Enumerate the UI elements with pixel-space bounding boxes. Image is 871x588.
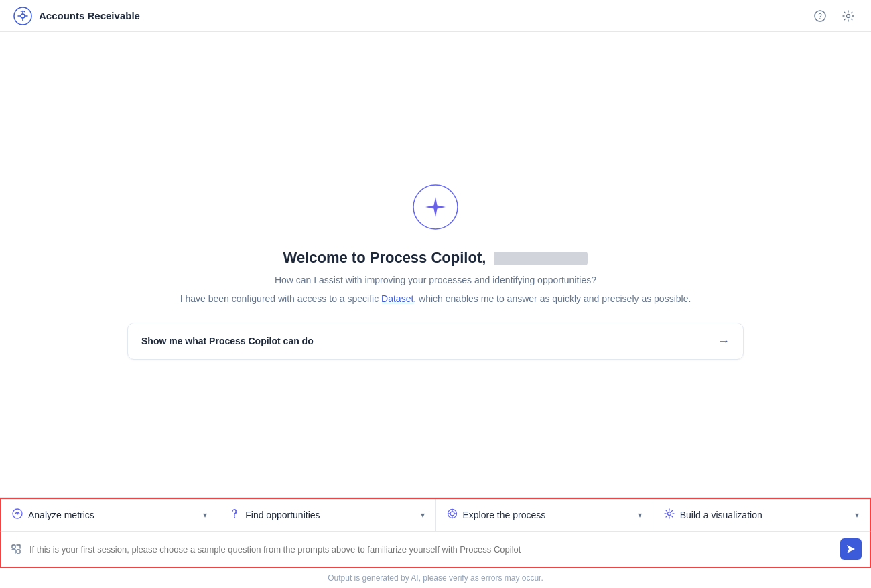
explore-process-chevron: ▾ bbox=[638, 510, 642, 520]
svg-rect-12 bbox=[12, 545, 15, 548]
arrow-right-icon: → bbox=[718, 334, 730, 348]
svg-point-8 bbox=[234, 517, 235, 518]
input-bar bbox=[0, 531, 871, 568]
footer-text: Output is generated by AI, please verify… bbox=[0, 568, 871, 588]
help-icon: ? bbox=[814, 10, 826, 22]
svg-point-11 bbox=[667, 512, 671, 516]
copilot-icon-wrapper bbox=[412, 183, 459, 233]
expand-button[interactable] bbox=[9, 542, 23, 556]
analyze-metrics-label: Analyze metrics bbox=[28, 510, 94, 520]
build-visualization-label: Build a visualization bbox=[680, 510, 762, 520]
welcome-title: Welcome to Process Copilot, bbox=[283, 249, 588, 267]
find-opportunities-icon bbox=[229, 508, 240, 522]
dropdown-build-visualization[interactable]: Build a visualization ▾ bbox=[653, 499, 870, 531]
help-button[interactable]: ? bbox=[811, 7, 829, 25]
dropdown-analyze-metrics[interactable]: Analyze metrics ▾ bbox=[1, 499, 218, 531]
header-title: Accounts Receivable bbox=[39, 10, 140, 21]
dataset-line: I have been configured with access to a … bbox=[180, 293, 691, 304]
build-visualization-icon bbox=[664, 508, 675, 522]
svg-text:?: ? bbox=[818, 13, 822, 20]
show-me-button[interactable]: Show me what Process Copilot can do → bbox=[127, 323, 744, 360]
find-opportunities-chevron: ▾ bbox=[421, 510, 425, 520]
svg-point-1 bbox=[21, 14, 25, 18]
expand-icon bbox=[11, 544, 21, 555]
header-left: Accounts Receivable bbox=[13, 7, 140, 25]
dropdown-bar: Analyze metrics ▾ Find opportunities ▾ E… bbox=[0, 498, 871, 531]
analyze-metrics-icon bbox=[12, 508, 23, 522]
show-me-label: Show me what Process Copilot can do bbox=[141, 336, 314, 346]
dropdown-find-opportunities[interactable]: Find opportunities ▾ bbox=[218, 499, 436, 531]
svg-point-4 bbox=[847, 14, 850, 17]
user-name-blur bbox=[494, 252, 588, 265]
find-opportunities-label: Find opportunities bbox=[245, 510, 320, 520]
settings-button[interactable] bbox=[839, 7, 858, 25]
svg-point-7 bbox=[17, 513, 19, 515]
build-visualization-chevron: ▾ bbox=[855, 510, 859, 520]
dataset-link[interactable]: Dataset bbox=[381, 293, 413, 304]
explore-process-icon bbox=[447, 508, 458, 522]
svg-rect-13 bbox=[17, 550, 20, 553]
send-icon bbox=[846, 544, 856, 555]
send-button[interactable] bbox=[840, 538, 862, 560]
explore-process-label: Explore the process bbox=[463, 510, 546, 520]
chat-input[interactable] bbox=[29, 544, 833, 555]
logo-icon bbox=[13, 7, 32, 25]
copilot-sparkle-icon bbox=[412, 183, 459, 230]
welcome-subtitle: How can I assist with improving your pro… bbox=[275, 275, 596, 285]
header: Accounts Receivable ? bbox=[0, 0, 871, 32]
analyze-metrics-chevron: ▾ bbox=[203, 510, 207, 520]
svg-point-10 bbox=[450, 512, 454, 516]
dropdown-explore-process[interactable]: Explore the process ▾ bbox=[436, 499, 653, 531]
bottom-area: Analyze metrics ▾ Find opportunities ▾ E… bbox=[0, 497, 871, 588]
main-content: Welcome to Process Copilot, How can I as… bbox=[0, 32, 871, 497]
settings-icon bbox=[842, 10, 854, 22]
header-actions: ? bbox=[811, 7, 858, 25]
